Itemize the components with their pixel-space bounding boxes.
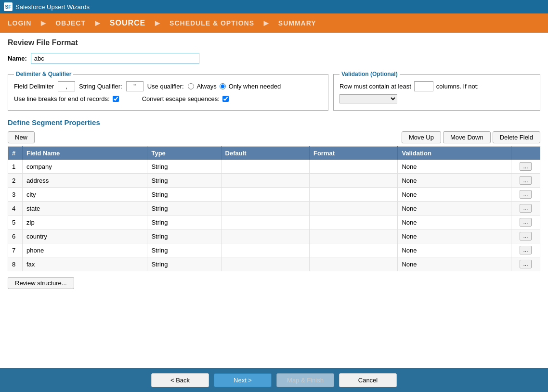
cell-num: 6 <box>8 229 23 243</box>
cell-validation: None <box>398 215 511 229</box>
next-button[interactable]: Next > <box>214 373 272 387</box>
cell-validation: None <box>398 202 511 215</box>
toolbar-right: Move Up Move Down Delete Field <box>402 131 540 143</box>
cell-type: String <box>147 188 221 202</box>
cell-action: ... <box>511 174 540 188</box>
toolbar-row: New Move Up Move Down Delete Field <box>8 131 540 143</box>
cell-default <box>221 188 309 202</box>
columns-input[interactable] <box>414 81 433 91</box>
cell-action: ... <box>511 202 540 215</box>
cell-field-name: state <box>23 202 147 215</box>
name-label: Name: <box>8 55 27 62</box>
field-delimiter-input[interactable] <box>58 81 75 91</box>
cell-format <box>309 229 397 243</box>
line-breaks-row: Use line breaks for end of records: <box>14 95 119 102</box>
cell-field-name: company <box>23 160 147 174</box>
map-finish-button[interactable]: Map & Finish <box>276 373 334 387</box>
table-row: 5 zip String None ... <box>8 215 540 229</box>
field-delimiter-label: Field Delimiter <box>14 83 54 90</box>
only-when-needed-label: Only when needed <box>229 83 281 90</box>
cell-default <box>221 257 309 271</box>
cell-type: String <box>147 202 221 215</box>
row-ellipsis-button[interactable]: ... <box>520 176 531 185</box>
cell-action: ... <box>511 215 540 229</box>
nav-item-login[interactable]: LOGIN <box>0 13 39 33</box>
cell-num: 4 <box>8 202 23 215</box>
line-breaks-checkbox[interactable] <box>113 96 119 102</box>
escape-seq-checkbox[interactable] <box>222 96 229 102</box>
if-not-select[interactable]: Warn Skip Error <box>339 94 397 103</box>
toolbar-left: New <box>8 131 35 143</box>
cell-field-name: fax <box>23 257 147 271</box>
cell-field-name: phone <box>23 243 147 257</box>
app-title: Salesforce Upsert Wizards <box>15 3 90 11</box>
nav-arrow-2: ► <box>93 18 102 28</box>
cell-format <box>309 160 397 174</box>
row-ellipsis-button[interactable]: ... <box>520 162 531 171</box>
validation-legend: Validation (Optional) <box>339 71 400 77</box>
col-validation: Validation <box>398 147 511 160</box>
cell-action: ... <box>511 243 540 257</box>
main-content: Review File Format Name: Delimiter & Qua… <box>0 33 548 368</box>
cell-validation: None <box>398 229 511 243</box>
validation-panel: Validation (Optional) Row must contain a… <box>333 71 540 111</box>
cell-default <box>221 243 309 257</box>
only-when-needed-radio[interactable] <box>220 83 226 89</box>
nav-item-source[interactable]: SOURCE <box>102 13 153 33</box>
cell-validation: None <box>398 243 511 257</box>
nav-bar: LOGIN ► OBJECT ► SOURCE ► SCHEDULE & OPT… <box>0 13 548 33</box>
cell-num: 8 <box>8 257 23 271</box>
title-bar: SF Salesforce Upsert Wizards <box>0 0 548 13</box>
cell-action: ... <box>511 188 540 202</box>
nav-item-schedule[interactable]: SCHEDULE & OPTIONS <box>162 13 262 33</box>
cell-default <box>221 174 309 188</box>
table-body: 1 company String None ... 2 address Stri… <box>8 160 540 271</box>
row-ellipsis-button[interactable]: ... <box>520 246 531 254</box>
move-up-button[interactable]: Move Up <box>402 131 441 143</box>
back-button[interactable]: < Back <box>151 373 209 387</box>
delimiter-panel: Delimiter & Qualifier Field Delimiter St… <box>8 71 328 111</box>
always-label: Always <box>197 83 217 90</box>
row-ellipsis-button[interactable]: ... <box>520 232 531 240</box>
col-format: Format <box>309 147 397 160</box>
table-row: 1 company String None ... <box>8 160 540 174</box>
always-radio[interactable] <box>188 83 194 89</box>
cell-field-name: zip <box>23 215 147 229</box>
name-row: Name: <box>8 53 540 64</box>
cell-format <box>309 174 397 188</box>
review-structure-button[interactable]: Review structure... <box>8 277 74 289</box>
cell-action: ... <box>511 160 540 174</box>
delete-field-button[interactable]: Delete Field <box>493 131 540 143</box>
cell-type: String <box>147 215 221 229</box>
cell-validation: None <box>398 160 511 174</box>
row-ellipsis-button[interactable]: ... <box>520 190 531 199</box>
cell-validation: None <box>398 174 511 188</box>
cell-type: String <box>147 160 221 174</box>
cell-num: 7 <box>8 243 23 257</box>
table-row: 8 fax String None ... <box>8 257 540 271</box>
move-down-button[interactable]: Move Down <box>443 131 491 143</box>
nav-arrow-4: ► <box>262 18 271 28</box>
columns-if-not-label: columns. If not: <box>436 83 479 90</box>
line-breaks-label: Use line breaks for end of records: <box>14 95 110 102</box>
row-ellipsis-button[interactable]: ... <box>520 218 531 227</box>
cell-format <box>309 188 397 202</box>
row-ellipsis-button[interactable]: ... <box>520 260 531 268</box>
page-title: Review File Format <box>8 38 540 47</box>
col-num: # <box>8 147 23 160</box>
qualifier-radio-group: Always Only when needed <box>188 83 281 90</box>
cell-field-name: country <box>23 229 147 243</box>
cell-field-name: city <box>23 188 147 202</box>
nav-item-object[interactable]: OBJECT <box>48 13 93 33</box>
cell-validation: None <box>398 257 511 271</box>
row-must-contain-label: Row must contain at least <box>339 83 411 90</box>
cancel-button[interactable]: Cancel <box>339 373 397 387</box>
table-header-row: # Field Name Type Default Format Validat… <box>8 147 540 160</box>
validation-inner: Row must contain at least columns. If no… <box>339 81 534 103</box>
nav-item-summary[interactable]: SUMMARY <box>271 13 324 33</box>
name-input[interactable] <box>31 53 199 64</box>
string-qualifier-input[interactable] <box>126 81 144 91</box>
row-ellipsis-button[interactable]: ... <box>520 204 531 213</box>
new-button[interactable]: New <box>8 131 35 143</box>
cell-default <box>221 215 309 229</box>
